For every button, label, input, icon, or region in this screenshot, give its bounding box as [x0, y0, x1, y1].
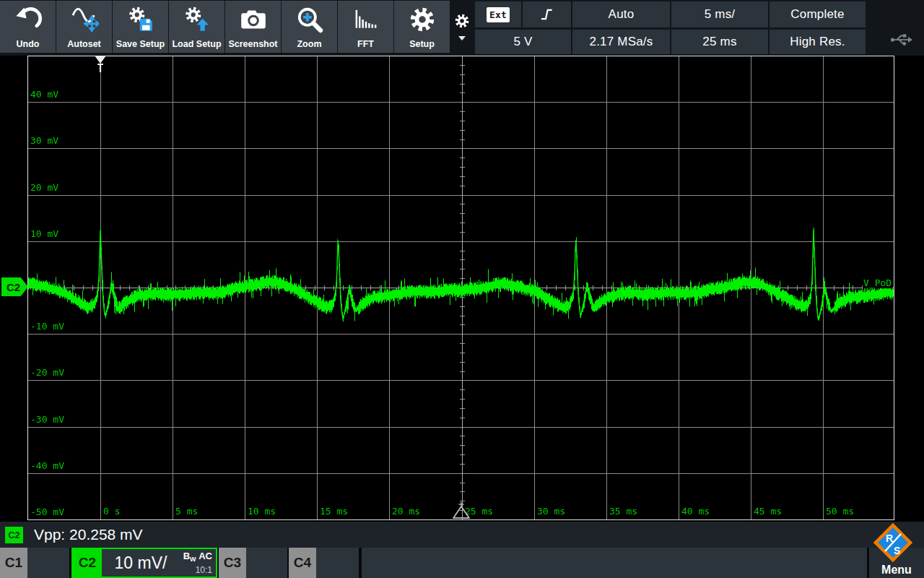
y-axis-label: -30 mV [30, 414, 64, 425]
autoset-label: Autoset [56, 39, 112, 49]
top-toolbar: Undo Autoset Save Setup [0, 0, 924, 56]
channel-c2-coupling: BW AC [183, 551, 212, 563]
measurement-channel-badge: C2 [5, 527, 23, 543]
y-axis-label: -40 mV [30, 460, 64, 471]
save-setup-icon [126, 6, 155, 33]
trigger-time-marker[interactable]: T [95, 56, 106, 74]
autoset-icon [70, 6, 99, 33]
channel-info-c4[interactable] [316, 548, 359, 578]
x-axis-label: 10 ms [248, 506, 276, 517]
zoom-label: Zoom [282, 39, 337, 49]
y-axis-label: -50 mV [30, 506, 64, 517]
channel-tab-c3[interactable]: C3 [219, 548, 246, 578]
x-axis-label: 5 ms [175, 506, 198, 517]
logo-letter-r: R [886, 532, 893, 544]
screenshot-button[interactable]: Screenshot [225, 1, 281, 53]
screenshot-label: Screenshot [225, 39, 281, 49]
measurement-bar[interactable]: C2 Vpp: 20.258 mV [0, 522, 924, 548]
channel-c2-scale: 10 mV/ [102, 549, 180, 577]
setup-icon [408, 6, 437, 33]
channel-bar-filler [362, 548, 867, 578]
channel-tab-c4[interactable]: C4 [289, 548, 316, 578]
acquisition-time: 25 ms [702, 35, 736, 49]
c2-waveform-trace [28, 56, 894, 519]
x-axis-label: 45 ms [754, 506, 782, 517]
oscilloscope-screen: { "toolbar": { "buttons": [ {"label": "U… [0, 0, 924, 578]
load-setup-button[interactable]: Load Setup [169, 1, 225, 53]
y-axis-label: 40 mV [30, 89, 58, 100]
trigger-level: 5 V [513, 35, 532, 49]
acquisition-state: Complete [790, 7, 844, 22]
chevron-down-icon [458, 36, 466, 40]
x-axis-label: 20 ms [392, 506, 420, 517]
trigger-mode: Auto [609, 7, 635, 22]
fft-label: FFT [338, 39, 393, 49]
trigger-mode-cell[interactable]: Auto [572, 1, 670, 27]
channel-info-c3[interactable] [246, 548, 287, 578]
load-setup-icon [183, 6, 212, 33]
channel-tab-c1[interactable]: C1 [0, 548, 27, 578]
trigger-level-cell[interactable]: 5 V [475, 30, 571, 54]
trigger-slope-cell[interactable] [523, 1, 571, 27]
channel-c2-probe-ratio: 10:1 [196, 565, 212, 575]
trigger-source-cell[interactable]: Ext [475, 1, 521, 27]
channel-info-c1[interactable] [27, 548, 69, 578]
rising-edge-icon [539, 7, 555, 22]
gear-small-icon [454, 13, 470, 29]
undo-button[interactable]: Undo [0, 1, 56, 53]
undo-label: Undo [0, 39, 56, 49]
x-axis-label: 0 s [103, 506, 120, 517]
usb-icon [890, 31, 913, 48]
quick-settings-button[interactable] [449, 1, 475, 53]
x-axis-label: 15 ms [320, 506, 348, 517]
load-setup-label: Load Setup [169, 39, 225, 49]
pod-label: V_PoD [863, 277, 892, 288]
channel-c2-label: C2 [73, 549, 102, 577]
acquisition-mode-cell[interactable]: High Res. [770, 30, 866, 54]
screenshot-icon [239, 6, 268, 33]
y-axis-label: -10 mV [30, 321, 64, 332]
save-setup-label: Save Setup [113, 39, 168, 49]
c2-ground-marker[interactable]: C2 [1, 277, 28, 296]
zoom-button[interactable]: Zoom [282, 1, 337, 53]
save-setup-button[interactable]: Save Setup [113, 1, 168, 53]
trigger-position-marker[interactable] [451, 502, 471, 519]
x-axis-label: 50 ms [826, 506, 854, 517]
graticule-area: V_PoD 40 mV30 mV20 mV10 mV-10 mV-20 mV-3… [28, 56, 894, 519]
timebase: 5 ms/ [705, 7, 736, 22]
fft-button[interactable]: FFT [338, 1, 393, 53]
sample-rate-cell[interactable]: 2.17 MSa/s [572, 30, 670, 54]
channel-bar: C1 C2 10 mV/ BW AC 10:1 C3 C4 Menu [0, 548, 924, 578]
channel-tab-c2[interactable]: C2 10 mV/ BW AC 10:1 [71, 548, 217, 578]
y-axis-label: 10 mV [30, 228, 58, 239]
x-axis-label: 30 ms [537, 506, 565, 517]
c2-ground-marker-label: C2 [6, 281, 20, 293]
sample-rate: 2.17 MSa/s [590, 35, 653, 49]
y-axis-label: -20 mV [30, 367, 64, 378]
trigger-marker-label: T [97, 64, 103, 74]
setup-button[interactable]: Setup [394, 1, 450, 53]
rohde-schwarz-logo: R S [870, 520, 916, 568]
x-axis-label: 40 ms [681, 506, 710, 517]
graticule: V_PoD 40 mV30 mV20 mV10 mV-10 mV-20 mV-3… [27, 56, 894, 520]
trigger-source-badge: Ext [487, 7, 510, 22]
zoom-icon [296, 6, 323, 33]
fft-icon [352, 6, 380, 33]
x-axis-label: 35 ms [609, 506, 637, 517]
setup-label: Setup [394, 39, 450, 49]
acquisition-mode: High Res. [790, 35, 845, 49]
y-axis-label: 20 mV [30, 182, 58, 193]
waveform-display: V_PoD 40 mV30 mV20 mV10 mV-10 mV-20 mV-3… [0, 56, 924, 522]
undo-icon [14, 6, 42, 33]
y-axis-label: 30 mV [30, 135, 58, 146]
timebase-cell[interactable]: 5 ms/ [671, 1, 768, 27]
logo-letter-s: S [894, 545, 900, 556]
acquisition-time-cell[interactable]: 25 ms [671, 30, 768, 54]
autoset-button[interactable]: Autoset [56, 1, 112, 53]
measurement-value: Vpp: 20.258 mV [34, 526, 143, 543]
acquisition-state-cell[interactable]: Complete [770, 1, 866, 27]
